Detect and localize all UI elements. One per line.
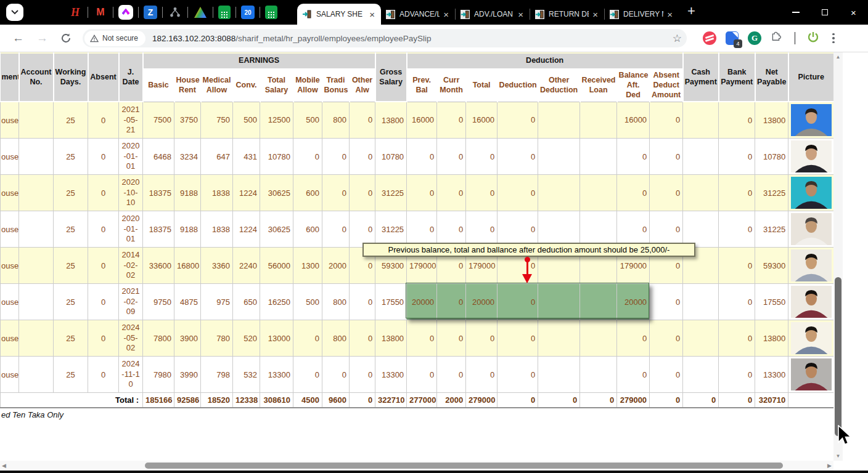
window-close-button[interactable]: × bbox=[839, 0, 868, 25]
scroll-right-icon[interactable]: ▶ bbox=[827, 463, 832, 469]
table-cell: 12500 bbox=[260, 102, 293, 139]
table-row: ouse2502021-02-0997504875975650162505008… bbox=[1, 284, 834, 320]
back-icon[interactable]: ← bbox=[12, 31, 24, 45]
table-cell: ouse bbox=[1, 357, 19, 393]
tab-advance-loan[interactable]: ADVANCE/LO × bbox=[381, 4, 455, 25]
forward-icon[interactable]: → bbox=[36, 31, 48, 45]
tab-close-icon[interactable]: × bbox=[442, 9, 450, 20]
table-cell: 500 bbox=[233, 102, 260, 139]
tab-close-icon[interactable]: × bbox=[666, 9, 674, 20]
table-cell: 25 bbox=[54, 357, 88, 393]
amount-in-words: ed Ten Taka Only bbox=[1, 410, 63, 419]
scroll-left-icon[interactable]: ◀ bbox=[2, 463, 6, 469]
horizontal-scrollbar[interactable]: ◀ ▶ bbox=[0, 461, 833, 471]
table-cell: 0 bbox=[719, 102, 755, 139]
table-cell: 3750 bbox=[174, 102, 201, 139]
h-logo-icon[interactable]: H bbox=[68, 5, 83, 20]
total-cell: 185166 bbox=[143, 393, 174, 408]
table-cell: ouse bbox=[1, 320, 19, 357]
table-cell: 0 bbox=[88, 175, 119, 211]
sheets-icon-2[interactable] bbox=[265, 6, 277, 19]
sheets-icon[interactable] bbox=[218, 6, 231, 19]
sitemap-icon[interactable] bbox=[168, 5, 182, 20]
total-cell: 279000 bbox=[617, 393, 650, 408]
table-row: ouse2502024-11-1079803990798532133000001… bbox=[1, 357, 834, 393]
table-cell bbox=[19, 248, 54, 284]
reload-icon[interactable] bbox=[60, 33, 72, 44]
scroll-up-icon[interactable]: ▲ bbox=[833, 54, 843, 60]
new-tab-button[interactable]: + bbox=[687, 3, 695, 19]
zotero-icon[interactable]: Z bbox=[144, 6, 157, 19]
table-cell: 0 bbox=[437, 175, 466, 211]
total-picture-cell bbox=[788, 393, 834, 408]
table-cell: 31225 bbox=[755, 175, 788, 211]
extensions-puzzle-icon[interactable] bbox=[771, 31, 783, 46]
employee-photo bbox=[788, 102, 834, 139]
scroll-down-icon[interactable]: ▼ bbox=[833, 453, 843, 459]
window-maximize-button[interactable] bbox=[810, 0, 839, 25]
table-cell: 3234 bbox=[174, 139, 201, 175]
table-cell: 0 bbox=[497, 211, 538, 248]
table-cell bbox=[683, 211, 719, 248]
table-row: ouse2502024-05-0278003900780520130000800… bbox=[1, 320, 834, 357]
tab-close-icon[interactable]: × bbox=[368, 9, 376, 20]
header-total-salary: Total Salary bbox=[260, 69, 293, 102]
table-cell: 13000 bbox=[260, 320, 293, 357]
table-cell: 647 bbox=[201, 139, 233, 175]
table-cell: 13800 bbox=[375, 102, 407, 139]
vertical-scrollbar-thumb[interactable] bbox=[835, 277, 841, 436]
table-cell: 500 bbox=[293, 284, 322, 320]
table-cell: 25 bbox=[54, 139, 88, 175]
drive-icon[interactable] bbox=[193, 5, 208, 20]
tab-close-icon[interactable]: × bbox=[591, 9, 599, 20]
header-group-deduction: Deduction bbox=[407, 53, 683, 69]
table-cell: 16000 bbox=[617, 102, 650, 139]
table-cell bbox=[19, 102, 54, 139]
header-total: Total bbox=[466, 69, 497, 102]
table-cell: 17550 bbox=[375, 284, 407, 320]
table-cell: 0 bbox=[350, 320, 375, 357]
tab-return-delivery[interactable]: RETURN DEL × bbox=[530, 4, 604, 25]
table-cell: 0 bbox=[617, 357, 650, 393]
tab-close-icon[interactable]: × bbox=[517, 9, 525, 20]
calendar-icon[interactable]: 20 bbox=[241, 6, 255, 19]
browser-menu-icon[interactable] bbox=[829, 33, 838, 44]
table-cell: ouse bbox=[1, 139, 19, 175]
tab-salary-sheet[interactable]: SALARY SHE × bbox=[297, 4, 381, 25]
table-cell: 0 bbox=[617, 320, 650, 357]
total-cell: 0 bbox=[497, 393, 538, 408]
power-icon[interactable] bbox=[807, 31, 819, 46]
vertical-scrollbar[interactable]: ▲ ▼ bbox=[833, 52, 843, 461]
grammarly-icon[interactable]: G bbox=[748, 31, 761, 45]
extension-red-icon[interactable] bbox=[703, 31, 716, 45]
table-cell bbox=[538, 211, 580, 248]
address-bar[interactable]: Not secure 182.163.102.203:8088/sharif_m… bbox=[83, 29, 687, 47]
table-cell: 9188 bbox=[174, 175, 201, 211]
horizontal-scrollbar-thumb[interactable] bbox=[145, 463, 783, 469]
tab-label: RETURN DEL bbox=[549, 10, 589, 18]
table-cell bbox=[19, 139, 54, 175]
total-cell: 0 bbox=[650, 393, 683, 408]
total-cell: 18520 bbox=[201, 393, 233, 408]
table-cell: 0 bbox=[719, 248, 755, 284]
security-chip[interactable]: Not secure bbox=[84, 31, 145, 46]
bookmark-star-icon[interactable]: ☆ bbox=[673, 32, 682, 45]
gmail-icon[interactable]: M bbox=[93, 5, 108, 20]
table-cell: 0 bbox=[466, 211, 497, 248]
employee-photo bbox=[788, 320, 834, 357]
tab-adv-loan[interactable]: ADV./LOAN × bbox=[456, 4, 530, 25]
extension-blue-icon[interactable]: 4 bbox=[726, 31, 739, 45]
table-cell: 780 bbox=[201, 320, 233, 357]
tab-search-button[interactable] bbox=[6, 4, 23, 21]
table-cell: 800 bbox=[322, 284, 350, 320]
table-cell: 25 bbox=[54, 175, 88, 211]
employee-photo bbox=[788, 357, 834, 393]
tab-delivery-memo[interactable]: DELIVERY M × bbox=[605, 4, 679, 25]
table-cell: 0 bbox=[88, 284, 119, 320]
window-minimize-button[interactable] bbox=[781, 0, 810, 25]
table-cell: 0 bbox=[322, 211, 350, 248]
total-cell: 12338 bbox=[233, 393, 260, 408]
clickup-icon[interactable] bbox=[118, 5, 133, 20]
table-row: ouse2502020-01-0118375918818381224306256… bbox=[1, 211, 834, 248]
header-account-no: Account No. bbox=[19, 53, 54, 102]
